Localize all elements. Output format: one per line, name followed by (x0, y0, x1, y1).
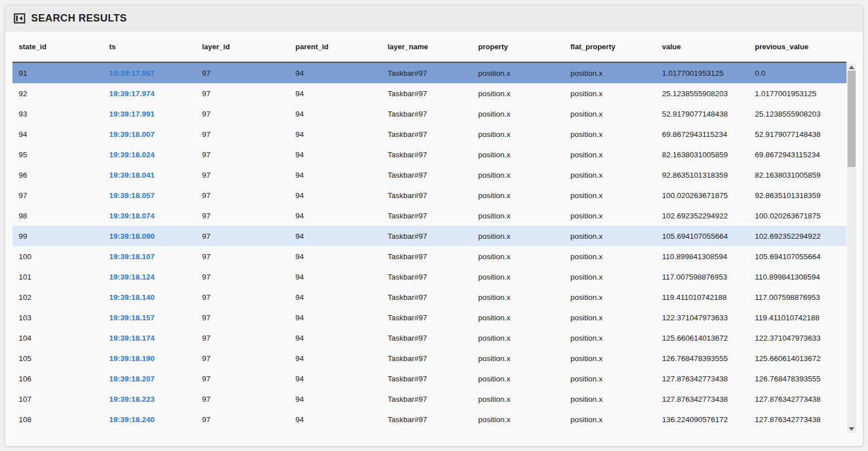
table-row[interactable]: 9619:39:18.0419794Taskbar#97position.xpo… (12, 165, 846, 185)
ts-link[interactable]: 19:39:18.057 (109, 191, 154, 200)
ts-link[interactable]: 19:39:18.074 (109, 212, 154, 220)
cell-flat_property: position.x (564, 375, 656, 383)
scrollbar-thumb[interactable] (848, 71, 856, 167)
cell-state_id: 104 (12, 334, 103, 342)
table-row[interactable]: 9919:39:18.0909794Taskbar#97position.xpo… (12, 226, 846, 246)
ts-link[interactable]: 19:39:18.041 (109, 171, 154, 179)
cell-layer_id: 97 (196, 334, 289, 342)
table-row[interactable]: 9119:39:17.9579794Taskbar#97position.xpo… (12, 63, 846, 83)
scroll-up-icon[interactable] (847, 63, 856, 71)
table-row[interactable]: 9319:39:17.9919794Taskbar#97position.xpo… (12, 104, 846, 124)
ts-link[interactable]: 19:39:18.223 (109, 395, 154, 403)
results-table: state_idtslayer_idparent_idlayer_namepro… (5, 32, 863, 429)
cell-previous_value: 127.876342773438 (749, 415, 846, 424)
column-header-value: value (656, 42, 749, 51)
cell-state_id: 105 (12, 354, 103, 363)
table-row[interactable]: 10519:39:18.1909794Taskbar#97position.xp… (12, 348, 846, 368)
cell-ts: 19:39:18.157 (103, 313, 196, 322)
cell-value: 125.660614013672 (656, 334, 749, 342)
cell-value: 136.224090576172 (656, 415, 749, 424)
cell-layer_name: Taskbar#97 (381, 232, 472, 240)
table-row[interactable]: 10419:39:18.1749794Taskbar#97position.xp… (12, 328, 846, 348)
table-row[interactable]: 10219:39:18.1409794Taskbar#97position.xp… (12, 287, 846, 307)
cell-ts: 19:39:17.991 (103, 110, 196, 118)
cell-parent_id: 94 (289, 171, 381, 179)
cell-flat_property: position.x (564, 212, 656, 220)
cell-layer_id: 97 (196, 69, 289, 78)
table-row[interactable]: 10019:39:18.1079794Taskbar#97position.xp… (12, 246, 846, 267)
cell-flat_property: position.x (564, 252, 656, 261)
cell-parent_id: 94 (289, 232, 381, 240)
cell-property: position.x (472, 69, 564, 78)
cell-value: 82.1638031005859 (656, 151, 749, 159)
ts-link[interactable]: 19:39:17.974 (109, 89, 154, 98)
cell-previous_value: 52.9179077148438 (749, 130, 846, 139)
cell-layer_name: Taskbar#97 (381, 334, 472, 342)
ts-link[interactable]: 19:39:18.174 (109, 334, 154, 342)
ts-link[interactable]: 19:39:17.957 (109, 69, 154, 78)
cell-value: 100.020263671875 (656, 191, 749, 200)
cell-parent_id: 94 (289, 89, 381, 98)
ts-link[interactable]: 19:39:18.207 (109, 375, 154, 383)
table-row[interactable]: 9819:39:18.0749794Taskbar#97position.xpo… (12, 205, 846, 226)
cell-previous_value: 122.371047973633 (749, 334, 846, 342)
cell-state_id: 106 (12, 375, 103, 383)
cell-flat_property: position.x (564, 110, 656, 118)
cell-previous_value: 127.876342773438 (749, 395, 846, 403)
ts-link[interactable]: 19:39:18.107 (109, 252, 154, 261)
scroll-down-icon[interactable] (847, 425, 856, 433)
panel-title: SEARCH RESULTS (31, 12, 127, 24)
cell-layer_id: 97 (196, 293, 289, 302)
cell-layer_name: Taskbar#97 (381, 313, 472, 322)
cell-layer_name: Taskbar#97 (381, 395, 472, 403)
dock-panel-left-icon[interactable] (13, 12, 25, 25)
cell-ts: 19:39:18.174 (103, 334, 196, 342)
cell-previous_value: 119.411010742188 (749, 313, 846, 322)
cell-previous_value: 1.0177001953125 (749, 89, 846, 98)
cell-state_id: 97 (12, 191, 103, 200)
cell-ts: 19:39:18.140 (103, 293, 196, 302)
cell-property: position.x (472, 273, 564, 281)
cell-previous_value: 25.1238555908203 (749, 110, 846, 118)
cell-previous_value: 110.899841308594 (749, 273, 846, 281)
vertical-scrollbar[interactable] (847, 63, 856, 433)
ts-link[interactable]: 19:39:18.090 (109, 232, 154, 240)
table-row[interactable]: 9219:39:17.9749794Taskbar#97position.xpo… (12, 83, 846, 104)
table-row[interactable]: 10719:39:18.2239794Taskbar#97position.xp… (12, 389, 846, 409)
cell-layer_name: Taskbar#97 (381, 293, 472, 302)
cell-flat_property: position.x (564, 171, 656, 179)
ts-link[interactable]: 19:39:17.991 (109, 110, 154, 118)
cell-flat_property: position.x (564, 191, 656, 200)
table-row[interactable]: 10119:39:18.1249794Taskbar#97position.xp… (12, 267, 846, 287)
cell-parent_id: 94 (289, 151, 381, 159)
cell-property: position.x (472, 252, 564, 261)
ts-link[interactable]: 19:39:18.024 (109, 151, 154, 159)
cell-property: position.x (472, 191, 564, 200)
cell-layer_name: Taskbar#97 (381, 69, 472, 78)
cell-property: position.x (472, 110, 564, 118)
table-row[interactable]: 9419:39:18.0079794Taskbar#97position.xpo… (12, 124, 846, 144)
cell-layer_id: 97 (196, 110, 289, 118)
cell-layer_name: Taskbar#97 (381, 151, 472, 159)
cell-property: position.x (472, 232, 564, 240)
cell-layer_id: 97 (196, 415, 289, 424)
ts-link[interactable]: 19:39:18.124 (109, 273, 154, 281)
cell-previous_value: 125.660614013672 (749, 354, 846, 363)
table-row[interactable]: 10819:39:18.2409794Taskbar#97position.xp… (12, 409, 846, 429)
ts-link[interactable]: 19:39:18.190 (109, 354, 154, 363)
cell-property: position.x (472, 415, 564, 424)
ts-link[interactable]: 19:39:18.157 (109, 313, 154, 322)
table-row[interactable]: 9519:39:18.0249794Taskbar#97position.xpo… (12, 144, 846, 165)
cell-property: position.x (472, 334, 564, 342)
ts-link[interactable]: 19:39:18.240 (109, 415, 154, 424)
ts-link[interactable]: 19:39:18.140 (109, 293, 154, 302)
ts-link[interactable]: 19:39:18.007 (109, 130, 154, 139)
cell-value: 127.876342773438 (656, 375, 749, 383)
cell-flat_property: position.x (564, 69, 656, 78)
table-row[interactable]: 10319:39:18.1579794Taskbar#97position.xp… (12, 307, 846, 328)
cell-layer_name: Taskbar#97 (381, 273, 472, 281)
cell-ts: 19:39:17.957 (103, 69, 196, 78)
table-row[interactable]: 10619:39:18.2079794Taskbar#97position.xp… (12, 368, 846, 389)
table-row[interactable]: 9719:39:18.0579794Taskbar#97position.xpo… (12, 185, 846, 205)
column-header-layer_id: layer_id (196, 42, 289, 51)
